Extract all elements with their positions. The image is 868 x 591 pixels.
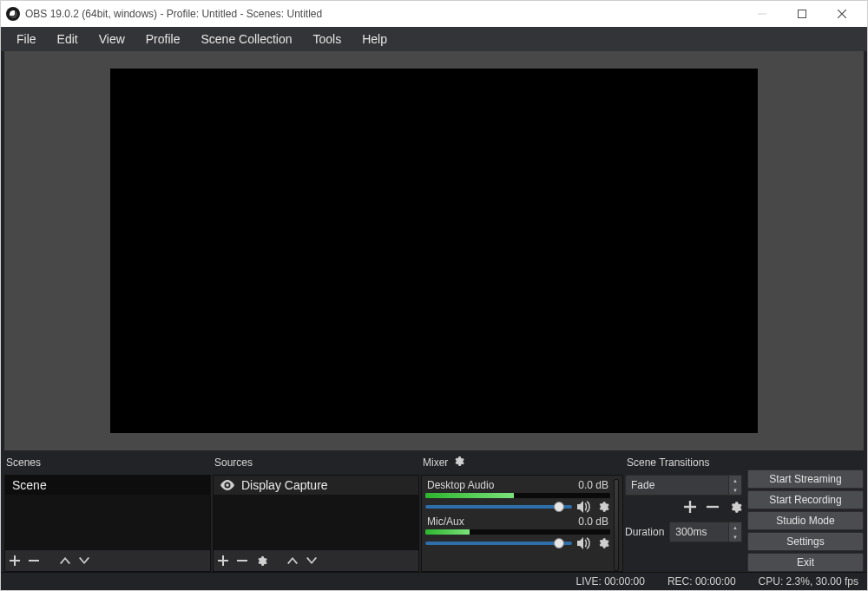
status-rec: REC: 00:00:00: [667, 575, 736, 588]
close-icon: [838, 10, 846, 18]
transition-duration-value: 300ms: [675, 526, 707, 538]
mixer-volume-input[interactable]: [425, 505, 572, 509]
mixer-mute-button[interactable]: [577, 501, 591, 513]
transition-duration-label: Duration: [625, 526, 664, 538]
source-item-label: Display Capture: [241, 478, 328, 492]
control-actions: Start Streaming Start Recording Studio M…: [747, 470, 864, 572]
scene-move-down-button[interactable]: [78, 557, 90, 564]
titlebar: OBS 19.0.2 (64bit, windows) - Profile: U…: [1, 1, 867, 27]
source-add-button[interactable]: [217, 555, 229, 566]
mixer-body: Desktop Audio 0.0 dB: [421, 475, 623, 572]
scenes-toolbar: [4, 550, 211, 572]
minus-icon: [237, 555, 247, 566]
source-move-up-button[interactable]: [286, 557, 299, 564]
source-remove-button[interactable]: [236, 555, 248, 566]
sources-panel: Sources Display Capture: [213, 450, 419, 572]
scene-move-up-button[interactable]: [59, 557, 71, 564]
menu-help[interactable]: Help: [352, 29, 398, 49]
start-recording-button[interactable]: Start Recording: [747, 490, 864, 509]
plus-icon: [10, 555, 20, 566]
plus-icon: [218, 555, 228, 566]
status-bar: LIVE: 00:00:00 REC: 00:00:00 CPU: 2.3%, …: [1, 572, 867, 590]
menu-scene-collection[interactable]: Scene Collection: [190, 29, 302, 49]
svg-rect-1: [799, 10, 806, 18]
menu-tools[interactable]: Tools: [303, 29, 352, 49]
preview-frame[interactable]: [4, 51, 864, 450]
minus-icon: [707, 501, 719, 513]
scene-transitions-header: Scene Transitions: [625, 450, 742, 475]
transition-toolbar: [625, 499, 742, 518]
scene-item[interactable]: Scene: [5, 476, 210, 495]
mixer-level-fill: [425, 493, 514, 498]
chevron-down-icon: [79, 557, 89, 564]
mixer-channel-name: Mic/Aux: [427, 515, 464, 528]
sources-toolbar: [213, 550, 419, 572]
studio-mode-button[interactable]: Studio Mode: [747, 511, 864, 530]
minus-icon: [29, 555, 39, 566]
start-streaming-button[interactable]: Start Streaming: [747, 470, 864, 489]
mixer-settings-button[interactable]: [453, 456, 464, 470]
transition-duration-spinner[interactable]: ▲▼: [728, 522, 741, 542]
source-properties-button[interactable]: [255, 555, 267, 567]
menu-file[interactable]: File: [6, 29, 47, 49]
sources-header: Sources: [213, 450, 419, 475]
minimize-button[interactable]: [742, 1, 782, 27]
transition-remove-button[interactable]: [707, 501, 719, 516]
menu-profile[interactable]: Profile: [135, 29, 191, 49]
transition-select-value: Fade: [631, 479, 654, 491]
gear-icon: [597, 537, 609, 549]
chevron-up-icon: [60, 557, 70, 564]
svg-rect-2: [29, 560, 39, 561]
menu-edit[interactable]: Edit: [47, 29, 89, 49]
mixer-level-fill: [425, 529, 470, 535]
gear-icon: [453, 456, 464, 467]
minimize-icon: [758, 10, 766, 18]
mixer-mute-button[interactable]: [577, 537, 591, 549]
menu-view[interactable]: View: [89, 29, 135, 49]
mixer-volume-slider[interactable]: [425, 500, 572, 514]
gear-icon: [729, 501, 742, 514]
maximize-icon: [798, 10, 806, 18]
scene-remove-button[interactable]: [28, 555, 40, 566]
mixer-channel-settings-button[interactable]: [596, 501, 610, 513]
transition-select-spinner[interactable]: ▲▼: [728, 476, 741, 495]
transition-select[interactable]: Fade ▲▼: [625, 475, 742, 496]
eye-icon: [220, 480, 234, 490]
mixer-level-meter: [425, 529, 610, 535]
transition-duration-input[interactable]: 300ms ▲▼: [669, 522, 742, 542]
mixer-channel: Desktop Audio 0.0 dB: [425, 479, 610, 514]
close-button[interactable]: [822, 1, 862, 27]
preview-canvas[interactable]: [110, 69, 758, 433]
mixer-scrollbar[interactable]: [614, 479, 619, 571]
settings-button[interactable]: Settings: [747, 532, 864, 551]
mixer-channel-settings-button[interactable]: [596, 537, 610, 549]
scene-transitions-panel: Scene Transitions Fade ▲▼: [625, 450, 742, 572]
exit-button[interactable]: Exit: [747, 553, 864, 572]
mixer-channel-db: 0.0 dB: [578, 479, 608, 491]
mixer-volume-input[interactable]: [425, 542, 572, 545]
mixer-channel-name: Desktop Audio: [427, 479, 494, 491]
mixer-panel: Mixer Desktop Audio 0.0 dB: [421, 450, 623, 572]
visibility-toggle[interactable]: [220, 480, 234, 490]
mixer-channel: Mic/Aux 0.0 dB: [425, 515, 610, 550]
transition-duration-row: Duration 300ms ▲▼: [625, 522, 742, 542]
source-move-down-button[interactable]: [306, 557, 318, 564]
svg-rect-4: [237, 560, 247, 561]
status-live: LIVE: 00:00:00: [575, 575, 644, 588]
panels-row: Scenes Scene: [3, 450, 865, 572]
gear-icon: [256, 555, 267, 567]
transition-add-button[interactable]: [684, 501, 696, 516]
mixer-header: Mixer: [421, 450, 623, 475]
scenes-list[interactable]: Scene: [4, 475, 211, 550]
transition-properties-button[interactable]: [729, 501, 742, 517]
gear-icon: [597, 501, 609, 513]
svg-point-3: [226, 483, 229, 487]
maximize-button[interactable]: [782, 1, 822, 27]
sources-list[interactable]: Display Capture: [213, 475, 419, 550]
scene-add-button[interactable]: [9, 555, 21, 566]
window-title: OBS 19.0.2 (64bit, windows) - Profile: U…: [25, 8, 742, 20]
app-window: OBS 19.0.2 (64bit, windows) - Profile: U…: [0, 0, 868, 591]
source-item[interactable]: Display Capture: [214, 476, 418, 495]
mixer-volume-slider[interactable]: [425, 536, 572, 550]
mixer-header-label: Mixer: [423, 456, 448, 469]
